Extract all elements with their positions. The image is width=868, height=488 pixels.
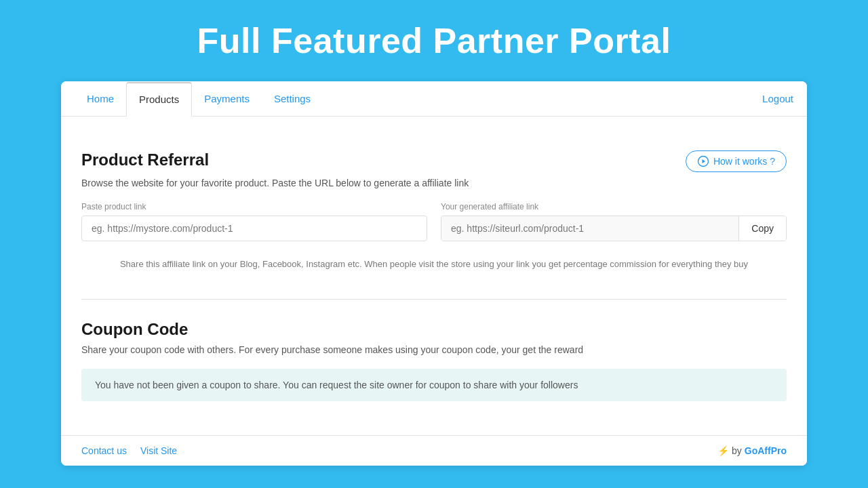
portal-content: Product Referral How it works ? Browse t… [61,117,807,435]
coupon-desc: Share your coupon code with others. For … [81,344,787,355]
paste-link-input[interactable] [81,216,427,241]
footer-links: Contact us Visit Site [81,445,177,456]
logout-button[interactable]: Logout [762,93,793,104]
nav-bar: Home Products Payments Settings Logout [61,81,807,117]
affiliate-link-label: Your generated affiliate link [441,202,787,211]
affiliate-link-input[interactable] [441,216,738,241]
section-divider [81,299,787,300]
play-circle-icon [697,155,709,167]
tab-home[interactable]: Home [75,81,126,116]
affiliate-input-row: Copy [441,216,787,241]
coupon-title: Coupon Code [81,320,787,339]
product-referral-section: Product Referral How it works ? Browse t… [81,137,787,292]
product-referral-title: Product Referral [81,150,209,169]
product-referral-desc: Browse the website for your favorite pro… [81,178,787,188]
tab-products[interactable]: Products [126,82,192,117]
how-it-works-button[interactable]: How it works ? [686,150,787,172]
share-text: Share this affiliate link on your Blog, … [81,258,787,272]
how-it-works-label: How it works ? [713,156,775,167]
paste-link-label: Paste product link [81,202,427,211]
footer-brand: ⚡ by GoAffPro [717,445,787,456]
hero-title: Full Featured Partner Portal [184,0,685,81]
nav-tabs: Home Products Payments Settings [75,81,762,116]
visit-site-link[interactable]: Visit Site [140,445,177,456]
contact-us-link[interactable]: Contact us [81,445,127,456]
affiliate-form-row: Paste product link Your generated affili… [81,202,787,241]
paste-link-group: Paste product link [81,202,427,241]
portal-container: Home Products Payments Settings Logout P… [61,81,807,466]
section-header: Product Referral How it works ? [81,150,787,172]
footer-brand-prefix: by [732,445,742,456]
tab-settings[interactable]: Settings [262,81,323,116]
coupon-notice: You have not been given a coupon to shar… [81,369,787,401]
tab-payments[interactable]: Payments [192,81,262,116]
portal-footer: Contact us Visit Site ⚡ by GoAffPro [61,435,807,466]
svg-marker-1 [702,159,705,163]
lightning-icon: ⚡ [717,445,729,456]
copy-button[interactable]: Copy [738,216,786,241]
footer-brand-name: GoAffPro [745,445,787,456]
affiliate-link-group: Your generated affiliate link Copy [441,202,787,241]
coupon-section: Coupon Code Share your coupon code with … [81,313,787,415]
